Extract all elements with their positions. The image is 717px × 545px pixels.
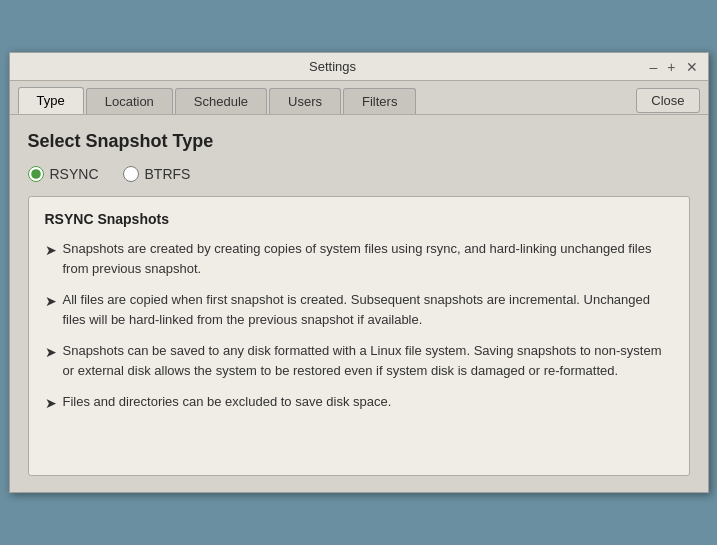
window-controls: – + ✕ <box>648 60 700 74</box>
minimize-button[interactable]: – <box>648 60 660 74</box>
title-bar: Settings – + ✕ <box>10 53 708 81</box>
tab-filters[interactable]: Filters <box>343 88 416 114</box>
info-text-1: All files are copied when first snapshot… <box>63 290 673 329</box>
bullet-icon-2: ➤ <box>45 342 57 363</box>
tab-type[interactable]: Type <box>18 87 84 114</box>
info-box-title: RSYNC Snapshots <box>45 211 673 227</box>
bullet-icon-3: ➤ <box>45 393 57 414</box>
main-content: Select Snapshot Type RSYNC BTRFS RSYNC S… <box>10 115 708 492</box>
info-box: RSYNC Snapshots ➤ Snapshots are created … <box>28 196 690 476</box>
btrfs-radio[interactable] <box>123 166 139 182</box>
close-button[interactable]: Close <box>636 88 699 113</box>
maximize-button[interactable]: + <box>665 60 677 74</box>
tabs-row: Type Location Schedule Users Filters Clo… <box>10 81 708 115</box>
info-text-3: Files and directories can be excluded to… <box>63 392 392 412</box>
window-close-button[interactable]: ✕ <box>684 60 700 74</box>
window-title: Settings <box>18 59 648 74</box>
info-item-2: ➤ Snapshots can be saved to any disk for… <box>45 341 673 380</box>
btrfs-radio-label[interactable]: BTRFS <box>123 166 191 182</box>
tab-location[interactable]: Location <box>86 88 173 114</box>
tab-users[interactable]: Users <box>269 88 341 114</box>
rsync-radio-label[interactable]: RSYNC <box>28 166 99 182</box>
info-item-3: ➤ Files and directories can be excluded … <box>45 392 673 414</box>
info-item-1: ➤ All files are copied when first snapsh… <box>45 290 673 329</box>
rsync-radio[interactable] <box>28 166 44 182</box>
settings-window: Settings – + ✕ Type Location Schedule Us… <box>9 52 709 493</box>
bullet-icon-0: ➤ <box>45 240 57 261</box>
tab-schedule[interactable]: Schedule <box>175 88 267 114</box>
info-item-0: ➤ Snapshots are created by creating copi… <box>45 239 673 278</box>
snapshot-type-radio-group: RSYNC BTRFS <box>28 166 690 182</box>
info-text-0: Snapshots are created by creating copies… <box>63 239 673 278</box>
info-text-2: Snapshots can be saved to any disk forma… <box>63 341 673 380</box>
bullet-icon-1: ➤ <box>45 291 57 312</box>
page-title: Select Snapshot Type <box>28 131 690 152</box>
